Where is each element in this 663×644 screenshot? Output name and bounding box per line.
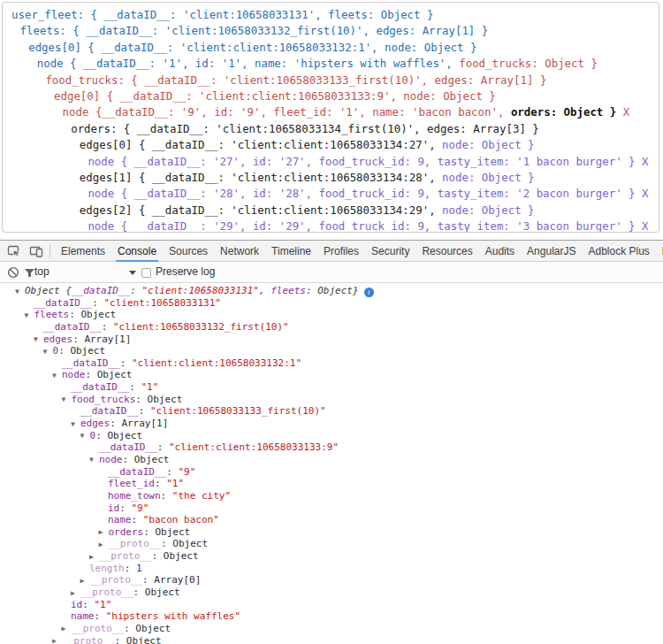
property-name: __dataID__	[99, 441, 157, 453]
frame-context-selector[interactable]: top	[34, 265, 50, 278]
preserve-log-checkbox[interactable]	[141, 268, 151, 278]
property-name: __proto__	[90, 574, 143, 586]
expand-arrow-icon[interactable]: ▶	[62, 623, 72, 635]
colon-separator: :	[92, 297, 103, 309]
property-name: food_trucks	[72, 394, 136, 405]
delete-node-button[interactable]: X	[616, 105, 629, 119]
store-record-line: food_trucks: { __dataID__: 'client:10658…	[3, 73, 659, 88]
delete-node-button[interactable]: X	[636, 187, 649, 200]
tab-label: Profiles	[324, 245, 359, 257]
clear-console-icon[interactable]	[7, 266, 19, 282]
property-name: edges	[43, 334, 72, 345]
tab-audits[interactable]: Audits	[479, 241, 521, 261]
tab-adblock-plus[interactable]: Adblock Plus	[582, 241, 655, 261]
colon-separator: :	[125, 563, 136, 574]
tab-angularjs[interactable]: AngularJS	[521, 241, 582, 261]
property-name: id	[108, 502, 119, 514]
expand-arrow-icon[interactable]: ▶	[99, 539, 109, 551]
collapse-arrow-icon[interactable]: ▼	[34, 334, 43, 346]
property-name: __proto__	[99, 550, 152, 562]
colon-separator: :	[124, 623, 135, 634]
inspect-element-icon[interactable]	[7, 244, 21, 258]
tab-react[interactable]: React	[656, 241, 663, 261]
property-value: "client:10658033131"	[103, 297, 220, 309]
colon-separator: :	[123, 454, 134, 465]
property-value: "the city"	[172, 490, 231, 502]
store-record-line: fleets: { __dataID__: 'client:1065803313…	[3, 23, 659, 39]
expand-arrow-icon[interactable]: ▶	[89, 551, 99, 564]
tree-row-__dataID__: __dataID__: "client:10658033133_first(10…	[0, 405, 663, 418]
tab-profiles[interactable]: Profiles	[317, 241, 365, 261]
colon-separator: :	[82, 599, 94, 610]
device-toolbar-icon[interactable]	[29, 244, 43, 258]
collapse-arrow-icon[interactable]: ▼	[43, 346, 53, 358]
property-value: "1"	[166, 478, 184, 489]
property-value: Object	[97, 369, 133, 380]
property-value: Object	[135, 623, 171, 634]
preview-segment: :	[130, 285, 141, 296]
property-name: __proto__	[109, 538, 162, 549]
colon-separator: :	[152, 550, 164, 562]
tab-label: Console	[118, 245, 156, 257]
colon-separator: :	[157, 441, 169, 453]
expand-arrow-icon[interactable]: ▶	[99, 526, 109, 539]
collapse-arrow-icon[interactable]: ▼	[62, 394, 72, 406]
property-value: Object	[126, 635, 162, 644]
collapse-arrow-icon[interactable]: ▼	[15, 286, 25, 298]
property-name: __dataID__	[108, 466, 166, 478]
colon-separator: :	[155, 478, 166, 489]
devtools-tabs: ElementsConsoleSourcesNetworkTimelinePro…	[55, 241, 663, 261]
tab-elements[interactable]: Elements	[55, 241, 111, 261]
property-value: Array[1]	[121, 418, 168, 429]
tree-row-__proto__: ▶__proto__: Object	[0, 538, 663, 550]
colon-separator: :	[143, 526, 155, 538]
collapse-arrow-icon[interactable]: ▼	[25, 310, 34, 322]
delete-node-button[interactable]: X	[636, 219, 649, 233]
expand-arrow-icon[interactable]: ▶	[71, 587, 80, 600]
collapse-arrow-icon[interactable]: ▼	[89, 454, 99, 466]
colon-separator: :	[135, 394, 147, 405]
property-value: Object	[172, 538, 208, 549]
property-value: 1	[136, 563, 142, 574]
property-value: Object	[70, 345, 105, 356]
preserve-log-label[interactable]: Preserve log	[156, 265, 215, 278]
toolbar-divider	[50, 244, 50, 258]
property-value: "9"	[132, 502, 149, 514]
collapse-arrow-icon[interactable]: ▼	[52, 370, 62, 382]
record-text: node: Object }	[442, 171, 534, 184]
preview-segment: ,	[259, 285, 271, 296]
collapse-arrow-icon[interactable]: ▼	[71, 418, 80, 431]
record-text: node {__dataID__: '9', id: '9', fleet_id…	[63, 105, 511, 119]
collapse-arrow-icon[interactable]: ▼	[80, 430, 90, 442]
record-text: orders: { __dataID__: 'client:1065803313…	[71, 122, 539, 135]
tab-label: Security	[371, 245, 409, 257]
tree-row-edges: ▼edges: Array[1]	[0, 334, 663, 346]
tab-security[interactable]: Security	[365, 241, 415, 261]
tab-console[interactable]: Console	[111, 241, 163, 261]
property-name: __proto__	[72, 623, 125, 634]
tree-row-home_town: home_town: "the city"	[0, 490, 663, 502]
expand-arrow-icon[interactable]: ▶	[80, 575, 90, 587]
store-record-line: edge[0] { __dataID__: 'client:client:106…	[3, 88, 659, 104]
tab-label: Elements	[61, 245, 105, 257]
tab-sources[interactable]: Sources	[163, 241, 214, 261]
delete-node-button[interactable]: X	[636, 155, 649, 168]
property-value: "client:10658033133_first(10)"	[150, 405, 326, 417]
property-value: "client:client:10658033133:9"	[169, 441, 339, 453]
store-record-line: edges[0] { __dataID__: 'client:client:10…	[3, 137, 659, 153]
expand-arrow-icon[interactable]: ▶	[52, 635, 62, 644]
tab-resources[interactable]: Resources	[415, 241, 478, 261]
property-name: node	[99, 454, 123, 465]
chevron-down-icon[interactable]	[129, 271, 136, 275]
tree-row-__proto__: ▶__proto__: Object	[0, 623, 663, 635]
info-icon[interactable]: i	[364, 288, 374, 297]
store-record-line: node {__dataID__: '9', id: '9', fleet_id…	[3, 104, 659, 120]
tab-timeline[interactable]: Timeline	[265, 241, 317, 261]
colon-separator: :	[132, 514, 143, 525]
tab-network[interactable]: Network	[214, 241, 265, 261]
record-text: node { __dataID__: '29', id: '29', food_…	[88, 219, 635, 233]
preview-segment: Object}	[317, 285, 358, 296]
store-record-line: node { __dataID__: '28', id: '28', food_…	[3, 186, 659, 202]
tree-row-__proto__: ▶__proto__: Object	[0, 586, 663, 599]
property-value: "hipsters with waffles"	[106, 610, 240, 622]
